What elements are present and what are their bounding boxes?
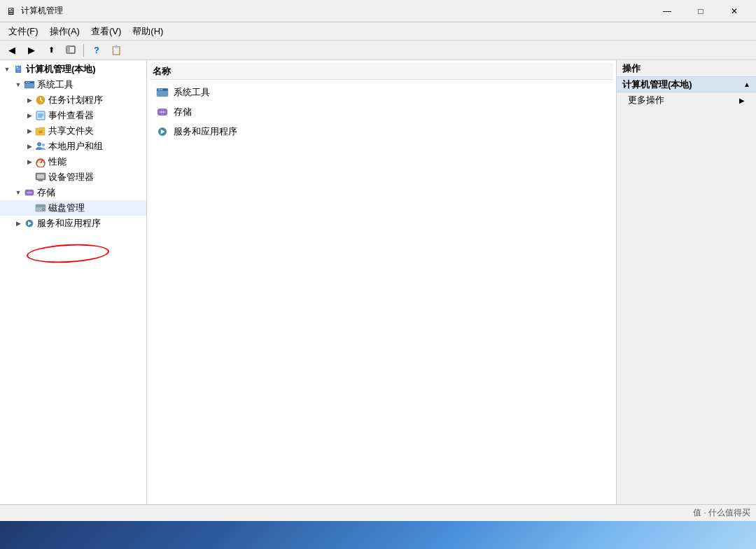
storage-expander: ▼ (13, 187, 24, 198)
name-column-label: 名称 (153, 65, 171, 78)
event-label: 事件查看器 (48, 109, 94, 122)
close-button[interactable]: ✕ (718, 0, 750, 22)
menu-file[interactable]: 文件(F) (3, 24, 44, 39)
toolbar-forward[interactable]: ▶ (22, 43, 41, 58)
tree-item-device-manager[interactable]: ▶ 设备管理器 (0, 169, 146, 185)
services-icon (24, 218, 35, 229)
center-column-header: 名称 (150, 63, 613, 80)
title-bar: 🖥 计算机管理 — □ ✕ (0, 0, 756, 22)
toolbar: ◀ ▶ ⬆ ? 📋 (0, 41, 756, 60)
svg-rect-20 (38, 180, 43, 181)
services-expander: ▶ (13, 218, 24, 229)
maximize-button[interactable]: □ (685, 0, 717, 22)
system-tools-label: 系统工具 (37, 78, 74, 91)
users-expander: ▶ (24, 141, 35, 152)
toolbar-help[interactable]: ? (88, 43, 106, 58)
menu-help[interactable]: 帮助(H) (127, 24, 169, 39)
content-system-tools-label: 系统工具 (174, 86, 210, 99)
content-services-label: 服务和应用程序 (174, 125, 237, 138)
device-icon (35, 172, 46, 183)
menu-view[interactable]: 查看(V) (85, 24, 127, 39)
content-system-tools-icon (155, 85, 169, 99)
disk-label: 磁盘管理 (48, 202, 85, 214)
tree-item-system-tools[interactable]: ▼ 系统工具 (0, 77, 146, 92)
toolbar-back[interactable]: ◀ (3, 43, 21, 58)
content-item-storage[interactable]: 存储 (150, 102, 613, 122)
toolbar-up[interactable]: ⬆ (42, 43, 60, 58)
window-container: 🖥 计算机管理 — □ ✕ 文件(F) 操作(A) 查看(V) 帮助(H) ◀ … (0, 0, 756, 549)
tree-item-task-scheduler[interactable]: ▶ 任务计划程序 (0, 92, 146, 108)
menu-bar: 文件(F) 操作(A) 查看(V) 帮助(H) (0, 22, 756, 41)
window-title: 计算机管理 (21, 5, 651, 17)
center-panel: 名称 系统工具 (147, 60, 616, 504)
root-label: 计算机管理(本地) (26, 63, 96, 76)
menu-action[interactable]: 操作(A) (44, 24, 85, 39)
root-expander: ▼ (1, 64, 13, 75)
right-action-more-label: 更多操作 (628, 94, 664, 106)
tree-item-local-users[interactable]: ▶ 本地用户和组 (0, 139, 146, 154)
tree-root[interactable]: ▼ 🖥 计算机管理(本地) (0, 62, 146, 77)
perf-expander: ▶ (24, 156, 35, 167)
shared-label: 共享文件夹 (48, 125, 94, 137)
content-storage-icon (155, 105, 169, 119)
services-label: 服务和应用程序 (37, 217, 101, 230)
svg-point-15 (42, 144, 45, 146)
content-item-system-tools[interactable]: 系统工具 (150, 83, 613, 102)
storage-label: 存储 (37, 186, 55, 199)
toolbar-show-hide[interactable] (62, 43, 80, 58)
minimize-button[interactable]: — (651, 0, 683, 22)
right-section-arrow: ▲ (743, 81, 750, 88)
tree-item-performance[interactable]: ▶ 性能 (0, 154, 146, 169)
toolbar-separator (83, 44, 84, 57)
svg-point-14 (37, 142, 41, 146)
right-panel-header: 操作 (617, 60, 756, 77)
perf-label: 性能 (48, 155, 66, 168)
right-action-more-arrow: ▶ (739, 97, 745, 104)
tree-item-shared-folders[interactable]: ▶ ⇌ 共享文件夹 (0, 123, 146, 139)
system-tools-icon (24, 79, 35, 90)
content-storage-label: 存储 (174, 106, 192, 118)
tree-item-services[interactable]: ▶ 服务和应用程序 (0, 216, 146, 231)
toolbar-export[interactable]: 📋 (107, 43, 125, 58)
right-section-title: 计算机管理(本地) ▲ (617, 77, 756, 92)
device-label: 设备管理器 (48, 171, 94, 183)
event-expander: ▶ (24, 110, 35, 121)
shared-icon: ⇌ (35, 125, 46, 137)
event-icon (35, 110, 46, 121)
right-section-label: 计算机管理(本地) (622, 78, 692, 91)
svg-point-33 (160, 111, 166, 113)
svg-rect-19 (37, 174, 44, 179)
disk-icon (35, 202, 46, 214)
users-label: 本地用户和组 (48, 140, 103, 153)
svg-point-26 (43, 209, 44, 210)
tree-item-disk-management[interactable]: ▶ 磁盘管理 (0, 200, 146, 216)
right-panel: 操作 计算机管理(本地) ▲ 更多操作 ▶ (616, 60, 756, 504)
task-label: 任务计划程序 (48, 94, 103, 106)
svg-rect-24 (36, 204, 46, 207)
content-item-services[interactable]: 服务和应用程序 (150, 122, 613, 141)
svg-rect-31 (161, 90, 162, 90)
perf-icon (35, 156, 46, 167)
task-expander: ▶ (24, 95, 35, 106)
svg-point-22 (27, 192, 32, 194)
svg-rect-30 (158, 90, 160, 90)
window-controls: — □ ✕ (651, 0, 750, 22)
taskbar (0, 521, 756, 549)
system-tools-expander: ▼ (13, 79, 24, 90)
svg-text:⇌: ⇌ (38, 130, 43, 134)
task-icon (35, 95, 46, 106)
tree-item-storage[interactable]: ▼ 存储 (0, 185, 146, 200)
tree-item-event-viewer[interactable]: ▶ 事件查看器 (0, 108, 146, 123)
window-icon: 🖥 (6, 6, 17, 17)
right-action-more[interactable]: 更多操作 ▶ (617, 92, 756, 108)
svg-rect-5 (28, 82, 29, 83)
tree-panel: ▼ 🖥 计算机管理(本地) ▼ 系统工具 ▶ (0, 60, 147, 504)
users-icon (35, 141, 46, 152)
right-panel-title: 操作 (622, 62, 640, 75)
svg-rect-4 (26, 82, 27, 83)
watermark-text: 值 · 什么值得买 (693, 507, 750, 519)
main-area: ▼ 🖥 计算机管理(本地) ▼ 系统工具 ▶ (0, 60, 756, 504)
storage-icon (24, 187, 35, 198)
shared-expander: ▶ (24, 125, 35, 137)
root-icon: 🖥 (13, 64, 24, 75)
